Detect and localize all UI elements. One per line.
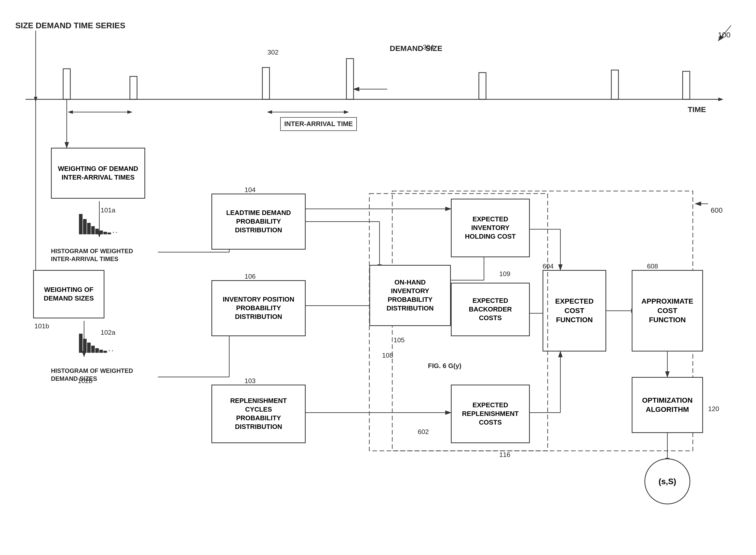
ref-106: 106	[245, 272, 255, 281]
expected-backorder-costs-box: EXPECTED BACKORDER COSTS	[451, 283, 530, 336]
diagram: SIZE DEMAND TIME SERIES TIME 100 302 304…	[0, 0, 756, 555]
replenishment-cycles-box: REPLENISHMENT CYCLES PROBABILITY DISTRIB…	[211, 385, 306, 443]
leadtime-demand-box: LEADTIME DEMAND PROBABILITY DISTRIBUTION	[211, 194, 306, 250]
ref-108: 108	[382, 351, 393, 359]
approximate-cost-function-box: APPROXIMATE COST FUNCTION	[632, 270, 703, 351]
svg-rect-4	[63, 69, 70, 99]
histogram-inter-label: HISTOGRAM OF WEIGHTED INTER-ARRIVAL TIME…	[51, 247, 148, 263]
svg-marker-13	[344, 110, 349, 114]
svg-marker-19	[34, 97, 37, 102]
ref-602: 602	[418, 428, 429, 436]
ref-103: 103	[245, 377, 255, 385]
histogram-demand-label: HISTOGRAM OF WEIGHTED DEMAND SIZES	[51, 367, 148, 383]
ref-105: 105	[393, 336, 405, 344]
ref-100: 100	[718, 31, 730, 39]
histogram-102a: . .	[79, 334, 113, 353]
on-hand-inventory-box: ON-HAND INVENTORY PROBABILITY DISTRIBUTI…	[369, 265, 451, 326]
svg-rect-5	[130, 76, 137, 99]
demand-time-series-label: DEMAND TIME SERIES	[36, 20, 125, 31]
ref-608: 608	[647, 262, 658, 270]
svg-rect-7	[346, 58, 353, 99]
ref-101a: 101a	[100, 206, 115, 214]
svg-rect-10	[683, 71, 690, 99]
weighting-demand-inter-box: WEIGHTING OF DEMAND INTER-ARRIVAL TIMES	[51, 148, 145, 199]
svg-rect-9	[611, 70, 619, 99]
time-label: TIME	[688, 104, 706, 114]
weighting-demand-sizes-box: WEIGHTING OF DEMAND SIZES	[33, 270, 104, 318]
ref-604: 604	[543, 262, 553, 270]
svg-marker-16	[127, 110, 132, 114]
svg-rect-8	[479, 73, 486, 99]
fig6gy-label: FIG. 6 G(y)	[428, 362, 461, 370]
optimization-algorithm-box: OPTIMIZATION ALGORITHM	[632, 377, 703, 433]
ref-116: 116	[499, 451, 510, 459]
ref-109: 109	[499, 270, 510, 278]
expected-inventory-holding-box: EXPECTED INVENTORY HOLDING COST	[451, 199, 530, 257]
svg-marker-3	[718, 97, 723, 101]
size-label: SIZE	[15, 20, 33, 31]
ref-302: 302	[267, 48, 279, 56]
ref-600: 600	[711, 206, 723, 214]
svg-rect-6	[262, 68, 269, 99]
svg-marker-12	[267, 110, 272, 114]
ref-120: 120	[708, 405, 719, 413]
inter-arrival-time-label: INTER-ARRIVAL TIME	[280, 117, 357, 131]
histogram-101a: . .	[79, 214, 117, 234]
demand-size-label: DEMAND SIZE	[390, 43, 443, 53]
svg-marker-15	[68, 110, 73, 114]
expected-cost-function-box: EXPECTED COST FUNCTION	[543, 270, 606, 351]
ss-circle: (s,S)	[644, 459, 690, 504]
expected-replenishment-costs-box: EXPECTED REPLENISHMENT COSTS	[451, 385, 530, 443]
inventory-position-box: INVENTORY POSITION PROBABILITY DISTRIBUT…	[211, 280, 306, 336]
ref-104: 104	[245, 186, 255, 194]
ref-101b: 101b	[34, 322, 49, 330]
